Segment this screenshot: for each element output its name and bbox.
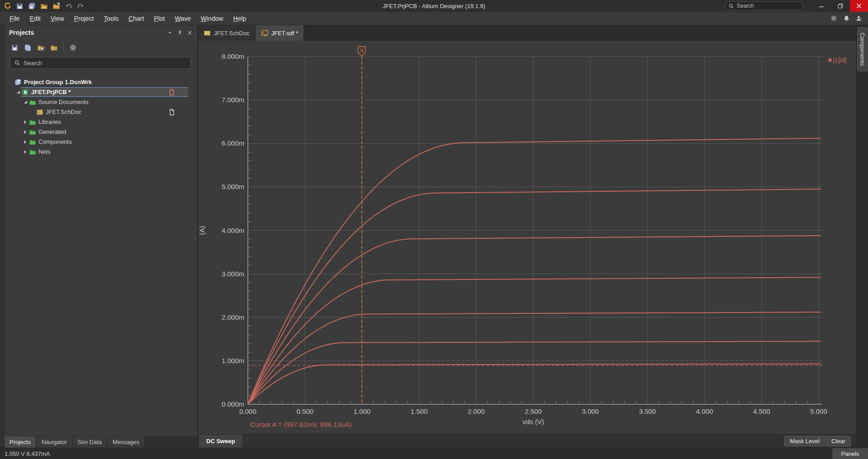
curve-vgs-step-7	[248, 364, 821, 404]
menu-plot[interactable]: Plot	[149, 12, 170, 25]
save-all-icon[interactable]	[28, 2, 36, 10]
expand-arrow-icon[interactable]	[14, 90, 22, 94]
cursor-flag-label: a	[360, 47, 363, 53]
collapse-arrow-icon[interactable]	[22, 150, 29, 154]
cursor-readout: Cursor A = (997.62mV, 896.13uA)	[250, 421, 351, 428]
menu-items: FileEditViewProjectToolsChartPlotWaveWin…	[0, 12, 251, 25]
caret-down-icon[interactable]	[167, 30, 173, 36]
tree-row-generated[interactable]: Generated	[5, 127, 197, 137]
panel-tab-navigator[interactable]: Navigator	[37, 436, 72, 448]
schdoc-icon	[36, 109, 43, 116]
y-tick-label: 4.000m	[222, 227, 244, 234]
gear-icon[interactable]	[830, 15, 837, 22]
projects-search-input[interactable]	[24, 60, 187, 66]
search-icon	[14, 60, 20, 66]
open-doc-icon	[168, 109, 175, 116]
project-tree: Project Group 1.DsnWrkJFET.PrjPCB *Sourc…	[0, 77, 197, 436]
user-icon[interactable]	[856, 15, 863, 22]
open-folder-icon[interactable]	[40, 2, 48, 10]
panel-bottom-tabs: ProjectsNavigatorSim DataMessages	[0, 436, 197, 448]
projects-panel-title: Projects	[9, 29, 34, 36]
y-tick-label: 5.000m	[222, 183, 244, 190]
schematic-doc-icon	[204, 29, 211, 37]
x-tick-label: 3.000	[582, 407, 599, 415]
restore-button[interactable]	[831, 0, 850, 12]
redo-icon[interactable]	[77, 2, 85, 10]
tree-row-source-documents[interactable]: Source Documents	[5, 97, 197, 107]
projects-search-box[interactable]	[10, 57, 191, 69]
pin-icon[interactable]	[177, 30, 183, 36]
tree-row-nets[interactable]: Nets	[5, 147, 197, 157]
tree-label: JFET.SchDoc	[46, 109, 81, 115]
x-tick-label: 1.500	[411, 407, 428, 415]
x-tick-label: 0.500	[296, 407, 313, 415]
menu-project[interactable]: Project	[69, 12, 99, 25]
minimize-button[interactable]	[812, 0, 831, 12]
document-area: JFET.SchDocJFET.sdf * 0.0000.5001.0001.5…	[198, 25, 856, 448]
undo-icon[interactable]	[65, 2, 72, 10]
menu-chart[interactable]: Chart	[123, 12, 149, 25]
panels-button[interactable]: Panels	[832, 448, 868, 459]
menu-wave[interactable]: Wave	[170, 12, 195, 25]
tree-label: Project Group 1.DsnWrk	[24, 79, 92, 85]
close-x-icon[interactable]	[187, 30, 193, 36]
waveform-doc-icon	[261, 29, 268, 37]
panel-tab-messages[interactable]: Messages	[108, 436, 144, 448]
y-tick-label: 7.000m	[222, 96, 244, 104]
folder-gear-icon[interactable]	[50, 44, 58, 52]
menu-window[interactable]: Window	[196, 12, 228, 25]
gear-icon[interactable]	[69, 44, 77, 52]
curve-vgs-step-6	[248, 341, 821, 404]
curve-vgs-step-4	[248, 277, 821, 404]
x-tick-label: 4.000	[696, 407, 713, 415]
separator	[63, 44, 64, 51]
tree-row-project-group-1-dsnwrk[interactable]: Project Group 1.DsnWrk	[5, 77, 197, 87]
doc-tab-label: JFET.SchDoc	[214, 30, 250, 37]
tree-row-jfet-schdoc[interactable]: JFET.SchDoc	[5, 107, 197, 117]
bell-icon[interactable]	[843, 15, 850, 22]
x-tick-label: 0.000	[239, 407, 256, 415]
menu-help[interactable]: Help	[228, 12, 251, 25]
open-project-icon[interactable]	[52, 2, 60, 10]
tree-label: Libraries	[38, 118, 61, 125]
panel-tab-sim-data[interactable]: Sim Data	[73, 436, 107, 448]
global-search-input[interactable]	[737, 3, 800, 9]
close-button[interactable]	[850, 0, 868, 12]
project-pcb-icon	[22, 89, 29, 96]
tree-row-libraries[interactable]: Libraries	[5, 117, 197, 127]
menu-edit[interactable]: Edit	[25, 12, 46, 25]
y-tick-label: 8.000m	[222, 52, 244, 60]
global-search-box[interactable]	[725, 1, 803, 10]
workspace-icon	[14, 79, 22, 86]
doc-tab-label: JFET.sdf *	[271, 30, 298, 37]
dock-tab-components[interactable]: Components	[857, 27, 868, 71]
sheet-tab-dc-sweep[interactable]: DC Sweep	[199, 435, 242, 448]
collapse-arrow-icon[interactable]	[22, 120, 29, 124]
menu-tools[interactable]: Tools	[99, 12, 123, 25]
tree-row-jfet-prjpcb[interactable]: JFET.PrjPCB *	[5, 87, 197, 97]
y-tick-label: 0.000m	[222, 400, 244, 408]
mask-level-button[interactable]: Mask Level	[784, 436, 825, 446]
x-tick-label: 5.000	[810, 407, 827, 415]
doc-tab-jfet-schdoc[interactable]: JFET.SchDoc	[198, 25, 256, 41]
folder-search-icon[interactable]	[37, 44, 45, 52]
y-tick-label: 3.000m	[222, 270, 244, 278]
panel-dock-gutter	[0, 25, 5, 448]
legend-label[interactable]: j1[id]	[833, 57, 847, 64]
expand-arrow-icon[interactable]	[22, 100, 29, 104]
menubar-right-icons	[830, 15, 868, 22]
folder-icon	[29, 148, 36, 156]
collapse-arrow-icon[interactable]	[22, 130, 29, 134]
compile-docs-icon[interactable]	[24, 44, 32, 52]
save-icon[interactable]	[16, 2, 24, 10]
save-icon[interactable]	[11, 44, 19, 52]
sheet-tabbar: DC Sweep Mask LevelClear	[198, 434, 856, 448]
tree-row-components[interactable]: Components	[5, 137, 197, 147]
waveform-chart: 0.0000.5001.0001.5002.0002.5003.0003.500…	[198, 41, 856, 434]
clear-button[interactable]: Clear	[826, 436, 851, 446]
doc-tab-jfet-sdf[interactable]: JFET.sdf *	[256, 25, 304, 41]
menu-view[interactable]: View	[46, 12, 69, 25]
menu-file[interactable]: File	[5, 12, 25, 25]
collapse-arrow-icon[interactable]	[22, 140, 29, 144]
panel-tab-projects[interactable]: Projects	[5, 436, 36, 448]
